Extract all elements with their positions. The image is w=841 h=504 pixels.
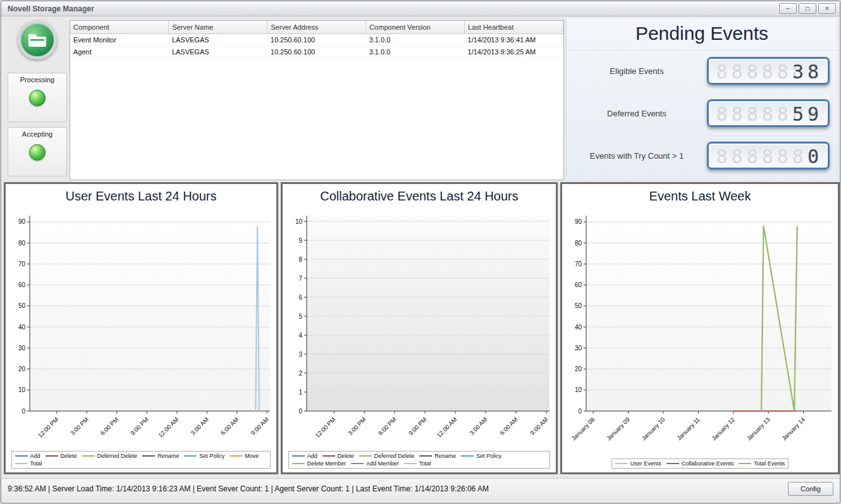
legend-line-icon	[142, 455, 155, 457]
table-row[interactable]: AgentLASVEGAS10.250.60.1003.1.0.01/14/20…	[70, 46, 563, 58]
titlebar[interactable]: Novell Storage Manager − □ ×	[1, 1, 840, 16]
table-cell: LASVEGAS	[169, 34, 267, 46]
svg-text:9: 9	[298, 237, 302, 244]
legend-label: Delete	[338, 453, 354, 459]
legend-item: Set Policy	[184, 453, 224, 459]
table-row[interactable]: Event MonitorLASVEGAS10.250.60.1003.1.0.…	[70, 34, 563, 46]
app-window: Novell Storage Manager − □ × Processing …	[1, 1, 840, 503]
svg-text:40: 40	[575, 324, 582, 331]
svg-text:9:00 AM: 9:00 AM	[529, 416, 549, 436]
legend-item: Add	[292, 453, 317, 459]
svg-text:January 14: January 14	[780, 416, 806, 442]
config-button[interactable]: Config	[788, 482, 833, 496]
svg-text:12:00 PM: 12:00 PM	[314, 416, 337, 439]
legend-item: Set Policy	[461, 453, 501, 459]
table-cell: 1/14/2013 9:36:25 AM	[465, 46, 563, 58]
legend-item: Delete Member	[292, 460, 347, 467]
eligible-events-lcd-display: 8888888 38	[707, 57, 830, 85]
processing-status-led-icon	[29, 90, 46, 106]
svg-text:9:00 PM: 9:00 PM	[129, 416, 150, 437]
window-title: Novell Storage Manager	[5, 4, 94, 13]
processing-group: Processing	[8, 73, 67, 122]
counter-label: Deferred Events	[570, 109, 703, 118]
minimize-button[interactable]: −	[779, 3, 797, 14]
column-header[interactable]: Component	[70, 21, 169, 34]
svg-text:3:00 PM: 3:00 PM	[69, 416, 90, 437]
svg-text:80: 80	[18, 240, 26, 247]
legend-label: Rename	[157, 453, 179, 459]
legend-label: Add	[307, 453, 317, 459]
svg-text:January 10: January 10	[640, 416, 666, 442]
maximize-button[interactable]: □	[799, 3, 816, 14]
legend-label: Set Policy	[199, 453, 224, 459]
legend-item: Collaborative Events	[666, 460, 734, 467]
svg-text:90: 90	[18, 218, 26, 225]
legend-label: Deferred Delete	[97, 453, 138, 459]
counter-row: Eligible Events 8888888 38	[570, 57, 830, 85]
charts-row: User Events Last 24 Hours 01020304050607…	[1, 182, 840, 474]
legend-line-icon	[666, 463, 679, 464]
svg-text:20: 20	[575, 366, 582, 372]
events-last-week-chart: 0102030405060708090January 08January 09J…	[562, 207, 838, 442]
svg-text:9:00 PM: 9:00 PM	[407, 416, 428, 437]
chart-title: User Events Last 24 Hours	[6, 184, 276, 207]
user-events-chart: 010203040506070809012:00 PM3:00 PM6:00 P…	[6, 207, 276, 442]
lcd-value: 38	[792, 61, 823, 83]
collaborative-events-chart-panel: Collaborative Events Last 24 Hours 01234…	[281, 182, 558, 474]
svg-text:3: 3	[298, 351, 302, 358]
svg-text:0: 0	[578, 408, 582, 415]
table-cell: 3.1.0.0	[366, 34, 465, 46]
legend-line-icon	[359, 455, 372, 457]
column-header[interactable]: Last Heartbeat	[465, 21, 563, 34]
svg-text:40: 40	[18, 324, 26, 331]
legend-line-icon	[404, 463, 417, 464]
counter-label: Eligible Events	[570, 66, 703, 76]
status-text: 9:36:52 AM | Server Load Time: 1/14/2013…	[8, 484, 489, 493]
legend-line-icon	[292, 455, 305, 457]
svg-text:6:00 PM: 6:00 PM	[99, 416, 120, 437]
engine-status-panel: Processing Accepting	[6, 19, 68, 180]
svg-text:3:00 PM: 3:00 PM	[347, 416, 367, 437]
accepting-status-led-icon	[29, 144, 46, 161]
svg-text:6:00 AM: 6:00 AM	[498, 416, 519, 436]
user-events-chart-panel: User Events Last 24 Hours 01020304050607…	[4, 182, 278, 474]
window-controls: − □ ×	[779, 3, 836, 14]
component-table: ComponentServer NameServer AddressCompon…	[70, 20, 564, 180]
svg-text:80: 80	[575, 240, 582, 247]
legend-label: User Events	[630, 460, 661, 467]
table-cell: LASVEGAS	[169, 46, 267, 58]
folder-icon	[27, 31, 48, 49]
column-header[interactable]: Server Name	[169, 21, 267, 34]
maximize-icon: □	[806, 5, 809, 12]
svg-text:12:00 AM: 12:00 AM	[157, 416, 180, 439]
column-header[interactable]: Server Address	[267, 21, 366, 34]
svg-text:30: 30	[575, 345, 582, 352]
pending-events-panel: Pending Events Eligible Events 8888888 3…	[566, 18, 837, 180]
legend-item: User Events	[615, 460, 661, 467]
svg-text:6:00 AM: 6:00 AM	[219, 416, 240, 436]
legend-line-icon	[419, 455, 432, 457]
svg-text:6:00 PM: 6:00 PM	[377, 416, 398, 437]
table-cell: Event Monitor	[70, 34, 169, 46]
svg-text:10: 10	[575, 386, 582, 393]
table-cell: Agent	[70, 46, 169, 58]
legend-label: Total	[30, 460, 42, 467]
legend-line-icon	[292, 463, 305, 464]
chart-legend: User EventsCollaborative EventsTotal Eve…	[611, 458, 789, 469]
svg-text:70: 70	[18, 261, 26, 267]
counter-label: Events with Try Count > 1	[570, 151, 703, 161]
column-header[interactable]: Component Version	[366, 21, 465, 34]
svg-text:10: 10	[295, 218, 303, 225]
table-cell: 10.250.60.100	[267, 34, 366, 46]
accepting-group: Accepting	[8, 127, 67, 176]
table-header-row: ComponentServer NameServer AddressCompon…	[70, 21, 563, 34]
legend-label: Total Events	[754, 460, 785, 467]
svg-text:3:00 AM: 3:00 AM	[189, 416, 209, 436]
chart-title: Events Last Week	[562, 184, 838, 207]
close-button[interactable]: ×	[818, 3, 836, 14]
svg-text:4: 4	[298, 332, 302, 339]
svg-text:50: 50	[18, 302, 26, 309]
legend-label: Deferred Delete	[374, 453, 415, 459]
legend-label: Total	[419, 460, 431, 467]
legend-item: Total	[404, 460, 431, 467]
